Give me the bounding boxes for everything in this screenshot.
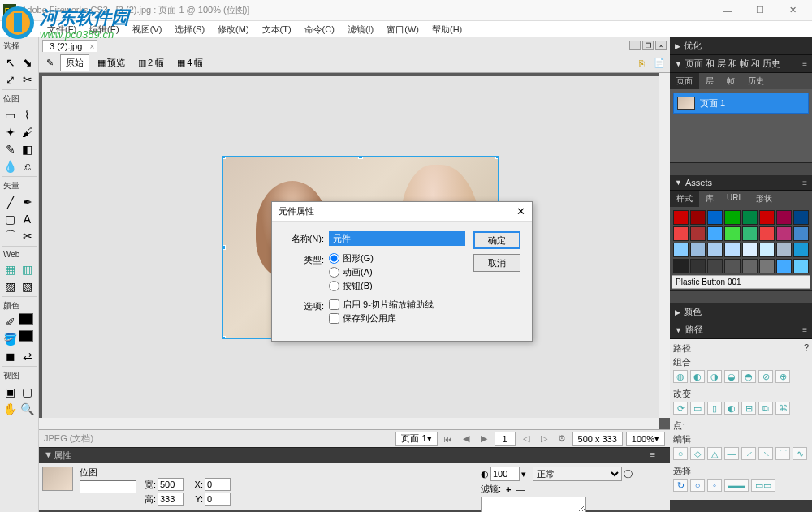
combine-intersect[interactable]: ◑ — [707, 370, 722, 383]
radio-animation[interactable]: 动画(A) — [329, 266, 374, 278]
eraser-tool[interactable]: ◧ — [19, 140, 36, 157]
default-colors[interactable]: ◼ — [2, 347, 19, 364]
pt-4[interactable]: — — [724, 447, 739, 460]
style-swatch-18[interactable] — [707, 243, 723, 257]
nav-prev[interactable]: ◀ — [459, 432, 473, 446]
alter-6[interactable]: ⧉ — [758, 402, 773, 415]
sel-1[interactable]: ↻ — [673, 479, 688, 492]
filter-add[interactable]: + — [506, 484, 511, 494]
combine-subtract[interactable]: ◐ — [690, 370, 705, 383]
brush-tool[interactable]: 🖌 — [19, 123, 36, 140]
bucket-tool[interactable]: 🪣 — [2, 330, 19, 347]
hide-slice-tool[interactable]: ▨ — [2, 278, 19, 295]
tab-history[interactable]: 历史 — [741, 73, 771, 89]
style-swatch-30[interactable] — [776, 259, 792, 273]
menu-edit[interactable]: 编辑(E) — [83, 22, 126, 37]
frame-prev[interactable]: ◁ — [519, 432, 533, 446]
wand-tool[interactable]: ✦ — [2, 123, 19, 140]
tab-library[interactable]: 库 — [699, 191, 720, 207]
menu-text[interactable]: 文本(T) — [256, 22, 298, 37]
style-swatch-27[interactable] — [724, 259, 740, 273]
style-swatch-31[interactable] — [793, 259, 809, 273]
alter-3[interactable]: ▯ — [707, 402, 722, 415]
menu-view[interactable]: 视图(V) — [126, 22, 169, 37]
dialog-close-icon[interactable]: ✕ — [516, 205, 525, 217]
combine-union[interactable]: ◍ — [673, 370, 688, 383]
style-swatch-15[interactable] — [793, 226, 809, 241]
hand-tool[interactable]: ✋ — [2, 400, 19, 417]
pt-1[interactable]: ○ — [673, 447, 688, 460]
style-swatch-25[interactable] — [690, 259, 706, 273]
pt-2[interactable]: ◇ — [690, 447, 705, 460]
eyedropper-tool[interactable]: ✐ — [2, 313, 19, 330]
style-swatch-6[interactable] — [776, 210, 792, 225]
subselect-tool[interactable]: ⬊ — [19, 54, 36, 71]
page-icon[interactable]: 📄 — [652, 56, 667, 71]
style-swatch-0[interactable] — [673, 210, 689, 225]
style-swatch-9[interactable] — [690, 226, 706, 241]
pt-7[interactable]: ⌒ — [775, 447, 790, 460]
cancel-button[interactable]: 取消 — [473, 254, 520, 272]
style-swatch-16[interactable] — [673, 243, 689, 257]
page-item-1[interactable]: 页面 1 — [673, 93, 809, 114]
pt-3[interactable]: △ — [707, 447, 722, 460]
freeform-tool[interactable]: ⌒ — [2, 227, 19, 244]
style-swatch-14[interactable] — [776, 226, 792, 241]
stroke-color[interactable] — [19, 313, 33, 325]
props-collapse-icon[interactable]: ▼ — [44, 450, 53, 459]
view-tab-4up[interactable]: ▦4 幅 — [172, 55, 208, 71]
pt-5[interactable]: ⟋ — [741, 447, 756, 460]
nav-next[interactable]: ▶ — [477, 432, 491, 446]
scrollbar-vertical[interactable] — [659, 73, 670, 418]
menu-file[interactable]: 文件(F) — [41, 22, 83, 37]
close-button[interactable]: ✕ — [776, 0, 809, 21]
panel-color-header[interactable]: ▶颜色 — [670, 303, 812, 321]
alter-5[interactable]: ⊞ — [741, 402, 756, 415]
combine-divide[interactable]: ⊘ — [758, 370, 773, 383]
frame-opts[interactable]: ⚙ — [555, 432, 569, 446]
style-swatch-23[interactable] — [793, 243, 809, 257]
frame-next[interactable]: ▷ — [537, 432, 551, 446]
page-number[interactable]: 1 — [495, 432, 516, 446]
show-slice-tool[interactable]: ▧ — [19, 278, 36, 295]
menu-modify[interactable]: 修改(M) — [211, 22, 256, 37]
view-tab-preview[interactable]: ▦预览 — [93, 55, 130, 71]
crop-tool[interactable]: ✂ — [19, 71, 36, 88]
pen-tool[interactable]: ✒ — [19, 193, 36, 210]
style-swatch-4[interactable] — [742, 210, 758, 225]
minimize-button[interactable]: — — [711, 0, 744, 21]
sel-5[interactable]: ▭▭ — [751, 479, 775, 492]
filter-list[interactable] — [481, 497, 586, 512]
menu-select[interactable]: 选择(S) — [168, 22, 211, 37]
style-swatch-20[interactable] — [742, 243, 758, 257]
props-opacity[interactable] — [490, 467, 520, 481]
document-tab-close[interactable]: × — [90, 42, 95, 51]
tab-styles[interactable]: 样式 — [670, 191, 699, 207]
doc-minimize[interactable]: _ — [629, 41, 641, 50]
hotspot-tool[interactable]: ▦ — [2, 260, 19, 278]
style-swatch-17[interactable] — [690, 243, 706, 257]
stamp-tool[interactable]: ⎌ — [19, 157, 36, 174]
doc-restore[interactable]: ❐ — [642, 41, 654, 50]
style-swatch-10[interactable] — [707, 226, 723, 241]
pointer-icon[interactable]: ✎ — [42, 56, 57, 71]
menu-command[interactable]: 命令(C) — [298, 22, 341, 37]
sel-3[interactable]: ◦ — [707, 479, 722, 492]
knife-tool[interactable]: ✂ — [19, 227, 36, 244]
view-tab-original[interactable]: 原始 — [60, 54, 89, 71]
tab-shapes[interactable]: 形状 — [749, 191, 779, 207]
panel-assets-header[interactable]: ▼Assets≡ — [670, 175, 812, 191]
pencil-tool[interactable]: ✎ — [2, 140, 19, 157]
nav-first[interactable]: ⏮ — [441, 432, 456, 446]
style-swatch-26[interactable] — [707, 259, 723, 273]
ok-button[interactable]: 确定 — [473, 231, 520, 249]
style-swatch-11[interactable] — [724, 226, 740, 241]
menu-filter[interactable]: 滤镜(I) — [341, 22, 380, 37]
rect-tool[interactable]: ▢ — [2, 210, 19, 227]
style-swatch-1[interactable] — [690, 210, 706, 225]
document-tab[interactable]: 3 (2).jpg × — [42, 40, 97, 52]
menu-help[interactable]: 帮助(H) — [425, 22, 469, 37]
menu-window[interactable]: 窗口(W) — [380, 22, 425, 37]
tab-url[interactable]: URL — [720, 191, 749, 207]
maximize-button[interactable]: ☐ — [744, 0, 776, 21]
